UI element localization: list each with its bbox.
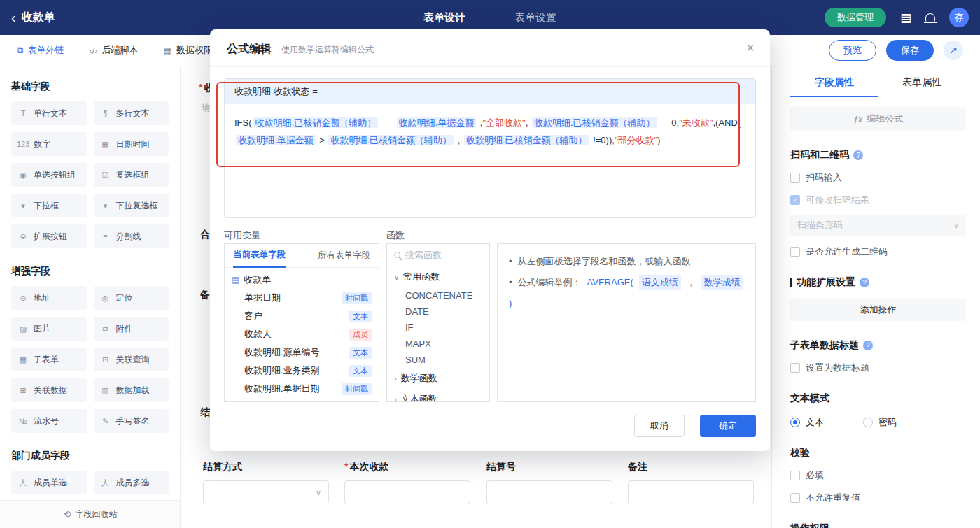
checkbox-required[interactable]: 必填: [790, 469, 966, 482]
field-address[interactable]: ⊙地址: [11, 286, 87, 310]
back-chevron-icon[interactable]: ‹: [11, 10, 16, 24]
help-question-icon[interactable]: [860, 278, 869, 287]
remark-input[interactable]: [628, 480, 754, 504]
edit-formula-button[interactable]: ƒx 编辑公式: [790, 107, 966, 131]
field-attachment[interactable]: ⧉附件: [94, 317, 169, 341]
function-item[interactable]: MAPX: [387, 336, 489, 352]
scan-barcode-select[interactable]: 扫描条形码 ∨: [790, 215, 966, 236]
field-divider[interactable]: ≡分割线: [94, 224, 169, 248]
tab-current-form-fields[interactable]: 当前表单字段: [233, 244, 286, 268]
example-close-paren: ): [509, 296, 512, 311]
checkbox-no-duplicate[interactable]: 不允许重复值: [790, 492, 966, 504]
checkbox-editable-scan-result[interactable]: 可修改扫码结果: [790, 194, 966, 206]
member-multi-icon: 人: [99, 478, 112, 488]
preview-button[interactable]: 预览: [829, 40, 876, 61]
serial-number-icon: №: [17, 417, 29, 425]
field-related-query[interactable]: ⊡关联查询: [94, 348, 169, 371]
field-checkbox-group[interactable]: ☑复选框组: [94, 163, 169, 187]
field-member-multi[interactable]: 人成员多选: [94, 471, 169, 494]
field-signature[interactable]: ✎手写签名: [94, 409, 169, 433]
settle-method-select[interactable]: ∨: [203, 480, 329, 504]
checkbox-scan-input[interactable]: 扫码输入: [790, 171, 966, 184]
checkbox-set-data-title[interactable]: 设置为数据标题: [790, 362, 966, 374]
required-mark: *: [344, 461, 348, 472]
field-label: 地址: [34, 292, 50, 304]
field-single-line-text[interactable]: T单行文本: [11, 101, 87, 125]
avatar[interactable]: 存: [949, 8, 969, 27]
form-external-link-button[interactable]: ⧉ 表单外链: [17, 44, 64, 57]
field-dropdown[interactable]: ▾下拉框: [11, 194, 87, 217]
field-number[interactable]: 123数字: [11, 132, 87, 156]
address-pin-icon: ⊙: [17, 294, 29, 303]
function-group-common[interactable]: 常用函数: [387, 266, 489, 287]
variables-panel: 当前表单字段 所有表单字段 ▤ 收款单 单据日期时间戳 客户文本 收款人成员 收…: [224, 243, 379, 402]
field-dropdown-multi[interactable]: ▾下拉复选框: [94, 194, 169, 217]
code-icon: ‹/›: [89, 45, 97, 56]
tab-form-properties[interactable]: 表单属性: [878, 76, 967, 97]
formula-segment: !=0)),: [591, 135, 615, 145]
function-item[interactable]: CONCATENATE: [387, 287, 489, 304]
variable-row[interactable]: 收款人成员: [225, 325, 379, 343]
field-location[interactable]: ◎定位: [94, 286, 169, 310]
checkbox-allow-qr[interactable]: 是否允许生成二维码: [790, 245, 966, 258]
help-question-icon[interactable]: [863, 341, 873, 350]
variables-tabs: 当前表单字段 所有表单字段: [225, 244, 379, 268]
field-multi-line-text[interactable]: ¶多行文本: [94, 101, 169, 125]
cancel-button[interactable]: 取消: [634, 415, 685, 437]
tree-root-label: 收款单: [244, 273, 271, 286]
help-question-icon[interactable]: [853, 150, 863, 160]
tree-root-form[interactable]: ▤ 收款单: [225, 268, 379, 289]
field-related-data[interactable]: ⊞关联数据: [11, 378, 87, 402]
function-item[interactable]: SUM: [387, 352, 489, 368]
function-item[interactable]: DATE: [387, 304, 489, 320]
tab-form-settings[interactable]: 表单设置: [514, 11, 556, 24]
add-action-button[interactable]: 添加操作: [790, 299, 966, 321]
share-icon[interactable]: ↗: [944, 41, 963, 60]
field-image[interactable]: ▨图片: [11, 317, 87, 341]
variable-row[interactable]: 收款明细.业务类别文本: [225, 362, 379, 380]
field-subform[interactable]: ▦子表单: [11, 348, 87, 371]
text-mode-radio-group: 文本 密码: [790, 416, 966, 429]
tab-all-form-fields[interactable]: 所有表单字段: [318, 244, 370, 268]
field-extend-button[interactable]: ⊜扩展按钮: [11, 224, 87, 248]
function-group-math[interactable]: 数学函数: [387, 368, 489, 389]
chevron-down-icon: ∨: [953, 221, 959, 230]
variable-row[interactable]: 收款明细.单据日期时间戳: [225, 380, 379, 398]
field-datetime[interactable]: ▦日期时间: [94, 132, 169, 156]
function-item[interactable]: IF: [387, 320, 489, 336]
field-data-load[interactable]: ▥数据加载: [94, 378, 169, 402]
help-line-1: 从左侧面板选择字段名和函数，或输入函数: [509, 254, 744, 269]
section-title: 子表单数据标题: [790, 339, 859, 352]
field-recycle-bin[interactable]: ⟲ 字段回收站: [0, 500, 181, 528]
field-label: 关联数据: [34, 385, 67, 397]
data-manage-button[interactable]: 数据管理: [825, 8, 886, 27]
tab-field-properties[interactable]: 字段属性: [790, 76, 878, 97]
variable-row[interactable]: 收款明细.源单编号文本: [225, 343, 379, 362]
backend-script-button[interactable]: ‹/› 后端脚本: [89, 44, 138, 57]
apps-icon[interactable]: ▤: [900, 12, 911, 24]
radio-password-mode[interactable]: 密码: [863, 416, 897, 429]
tab-form-design[interactable]: 表单设计: [424, 11, 465, 24]
variable-row[interactable]: 单据日期时间戳: [225, 289, 379, 307]
function-group-text[interactable]: 文本函数: [387, 389, 489, 402]
radio-text-mode[interactable]: 文本: [790, 416, 824, 429]
data-permission-button[interactable]: ▦ 数据权限: [164, 44, 213, 57]
settle-number-input[interactable]: [486, 480, 612, 504]
field-label: 扩展按钮: [34, 231, 67, 243]
field-radio-group[interactable]: ◉单选按钮组: [11, 163, 87, 187]
formula-editor[interactable]: 收款明细.收款状态 = IFS(收款明细.已核销金额（辅助） == 收款明细.单…: [224, 78, 756, 218]
checkbox-icon: [790, 363, 800, 373]
field-serial-number[interactable]: №流水号: [11, 409, 87, 433]
section-title: 校验: [790, 447, 810, 459]
notification-bell-icon[interactable]: [925, 13, 935, 22]
close-icon[interactable]: [746, 41, 755, 55]
field-member-single[interactable]: 人成员单选: [11, 471, 87, 494]
multi-line-text-icon: ¶: [99, 109, 112, 117]
properties-tabs: 字段属性 表单属性: [790, 76, 966, 97]
confirm-button[interactable]: 确定: [700, 415, 756, 437]
save-button[interactable]: 保存: [886, 40, 934, 61]
function-search-input[interactable]: [405, 250, 475, 260]
current-payment-input[interactable]: [344, 480, 470, 504]
backend-script-label: 后端脚本: [102, 44, 139, 57]
variable-row[interactable]: 客户文本: [225, 307, 379, 325]
